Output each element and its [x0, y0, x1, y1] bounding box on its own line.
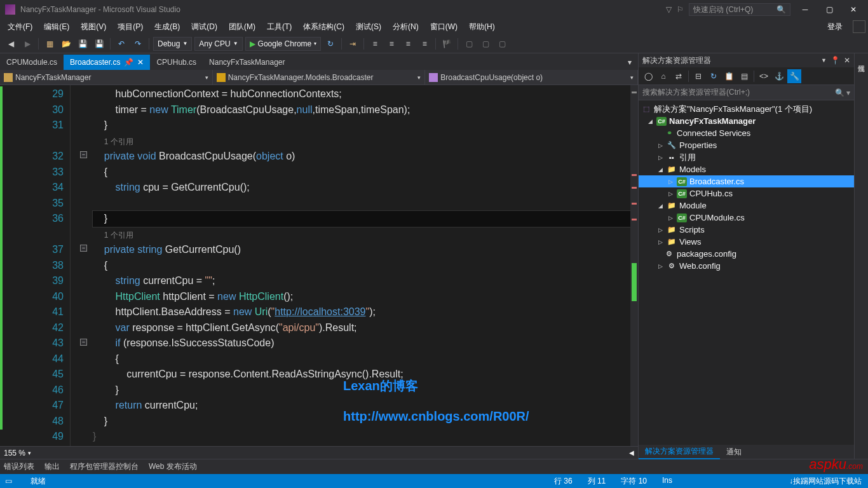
view-code-button[interactable]: <>: [757, 69, 771, 83]
pin-icon[interactable]: 📌: [124, 58, 133, 67]
navigate-forward-button[interactable]: ▶: [20, 37, 34, 51]
tab-output[interactable]: 输出: [44, 461, 60, 472]
scripts-folder-node[interactable]: ▷📁Scripts: [639, 224, 854, 236]
menu-file[interactable]: 文件(F): [3, 20, 37, 34]
login-link[interactable]: 登录: [822, 20, 848, 34]
save-button[interactable]: 💾: [76, 37, 90, 51]
step-button[interactable]: ⇥: [346, 37, 360, 51]
save-all-button[interactable]: 💾: [92, 37, 106, 51]
expand-icon[interactable]: ▷: [667, 191, 674, 197]
close-button[interactable]: ✕: [844, 3, 863, 16]
tab-broadcaster[interactable]: Broadcaster.cs📌✕: [64, 55, 150, 70]
bookmark-button[interactable]: ≡: [401, 37, 415, 51]
expand-icon[interactable]: ◢: [646, 118, 654, 125]
fold-toggle-icon[interactable]: −: [80, 151, 87, 158]
show-all-button[interactable]: 📋: [722, 69, 736, 83]
avatar-icon[interactable]: [853, 20, 865, 33]
maximize-button[interactable]: ▢: [820, 3, 839, 16]
menu-build[interactable]: 生成(B): [149, 20, 185, 34]
zoom-combo[interactable]: 155 %: [4, 449, 25, 458]
expand-icon[interactable]: ▷: [656, 263, 664, 269]
toggle-button[interactable]: ≡: [417, 37, 431, 51]
close-icon[interactable]: ✕: [844, 56, 850, 65]
expand-icon[interactable]: ◢: [656, 203, 664, 209]
cpumodule-file-node[interactable]: ▷C#CPUModule.cs: [639, 212, 854, 224]
run-button[interactable]: ▶Google Chrome▾: [245, 37, 322, 51]
menu-help[interactable]: 帮助(H): [464, 20, 500, 34]
menu-test[interactable]: 测试(S): [351, 20, 386, 34]
views-folder-node[interactable]: ▷📁Views: [639, 236, 854, 248]
references-node[interactable]: ▷▪▪引用: [639, 151, 854, 163]
tab-nancyfx[interactable]: NancyFxTaskManager: [203, 55, 291, 70]
fold-toggle-icon[interactable]: −: [80, 245, 87, 252]
collapse-button[interactable]: ⊟: [691, 69, 705, 83]
broadcaster-file-node[interactable]: ▷C#Broadcaster.cs: [639, 175, 854, 187]
platform-combo[interactable]: Any CPU▼: [194, 37, 242, 51]
refresh-button[interactable]: ↻: [707, 69, 721, 83]
comment-button[interactable]: ≡: [368, 37, 382, 51]
horiz-scroll-left[interactable]: ◀: [629, 449, 634, 456]
quick-launch-input[interactable]: 快速启动 (Ctrl+Q) 🔍: [689, 3, 790, 16]
module-folder-node[interactable]: ◢📁Module: [639, 200, 854, 212]
navigate-back-button[interactable]: ◀: [4, 37, 18, 51]
minimize-button[interactable]: ─: [796, 3, 815, 16]
expand-icon[interactable]: ◢: [656, 166, 664, 173]
expand-icon[interactable]: ▷: [667, 179, 674, 185]
notification-icon[interactable]: ▽: [666, 5, 672, 14]
misc3-button[interactable]: ▢: [495, 37, 509, 51]
solution-explorer-search[interactable]: 搜索解决方案资源管理器(Ctrl+;) 🔍 ▾: [639, 85, 854, 100]
web-config-node[interactable]: ▷⚙Web.config: [639, 260, 854, 272]
misc1-button[interactable]: ▢: [462, 37, 476, 51]
project-node[interactable]: ◢C#NancyFxTaskManager: [639, 115, 854, 127]
nav-member-combo[interactable]: BroadcastCpuUsage(object o)▾: [425, 70, 638, 85]
expand-icon[interactable]: ▷: [656, 142, 664, 149]
menu-analyze[interactable]: 分析(N): [388, 20, 424, 34]
nav-class-combo[interactable]: NancyFxTaskManager.Models.Broadcaster▾: [213, 70, 426, 85]
expand-icon[interactable]: ▷: [656, 154, 664, 161]
packages-config-node[interactable]: ⚙packages.config: [639, 248, 854, 260]
redo-button[interactable]: ↷: [131, 37, 145, 51]
menu-edit[interactable]: 编辑(E): [39, 20, 74, 34]
cpuhub-file-node[interactable]: ▷C#CPUHub.cs: [639, 187, 854, 200]
menu-view[interactable]: 视图(V): [76, 20, 111, 34]
tab-package-manager[interactable]: 程序包管理器控制台: [70, 461, 139, 472]
properties-tab[interactable]: 属性: [855, 56, 867, 64]
wrench-button[interactable]: 🔧: [787, 69, 801, 83]
dropdown-icon[interactable]: ▼: [821, 57, 827, 64]
flag-button[interactable]: 🏴: [440, 37, 454, 51]
nav-project-combo[interactable]: NancyFxTaskManager▾: [0, 70, 213, 85]
tab-overflow-button[interactable]: ▾: [621, 55, 638, 70]
solution-node[interactable]: ⬚解决方案"NancyFxTaskManager"(1 个项目): [639, 103, 854, 115]
pin-icon[interactable]: 📍: [831, 56, 840, 65]
feedback-icon[interactable]: ⚐: [677, 5, 684, 14]
fold-toggle-icon[interactable]: −: [80, 339, 87, 346]
close-icon[interactable]: ✕: [137, 58, 144, 67]
tab-solution-explorer[interactable]: 解决方案资源管理器: [639, 445, 720, 459]
tab-notifications[interactable]: 通知: [720, 445, 748, 459]
menu-architecture[interactable]: 体系结构(C): [298, 20, 349, 34]
expand-icon[interactable]: ▷: [656, 239, 664, 245]
connected-services-node[interactable]: ⚭Connected Services: [639, 127, 854, 139]
expand-icon[interactable]: ▷: [656, 227, 664, 233]
menu-project[interactable]: 项目(P): [112, 20, 148, 34]
tab-cpumodule[interactable]: CPUModule.cs: [0, 55, 64, 70]
back-button[interactable]: ◯: [641, 69, 655, 83]
menu-tools[interactable]: 工具(T): [262, 20, 297, 34]
menu-debug[interactable]: 调试(D): [186, 20, 222, 34]
uncomment-button[interactable]: ≡: [384, 37, 398, 51]
expand-icon[interactable]: ▷: [667, 215, 674, 221]
browser-refresh-button[interactable]: ↻: [323, 37, 337, 51]
open-file-button[interactable]: 📂: [59, 37, 73, 51]
code-editor[interactable]: 2930313233343536373839404142434445464748…: [0, 85, 638, 446]
properties-button[interactable]: ▤: [737, 69, 751, 83]
tab-web-publish[interactable]: Web 发布活动: [149, 461, 197, 472]
models-folder-node[interactable]: ◢📁Models: [639, 163, 854, 175]
undo-button[interactable]: ↶: [114, 37, 128, 51]
scroll-map[interactable]: [630, 85, 638, 446]
preview-button[interactable]: ⚓: [772, 69, 786, 83]
menu-window[interactable]: 窗口(W): [425, 20, 463, 34]
tab-cpuhub[interactable]: CPUHub.cs: [150, 55, 203, 70]
misc2-button[interactable]: ▢: [478, 37, 492, 51]
home-button[interactable]: ⌂: [656, 69, 670, 83]
sync-button[interactable]: ⇄: [672, 69, 686, 83]
